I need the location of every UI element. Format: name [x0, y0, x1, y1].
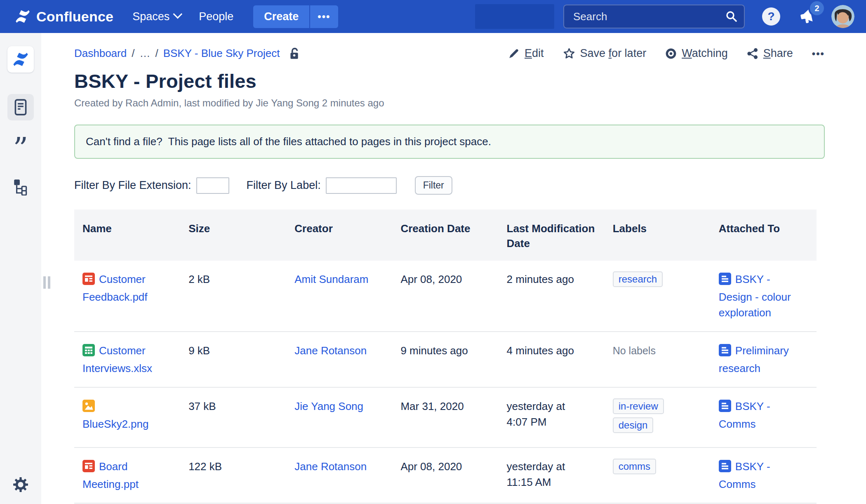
share-button[interactable]: Share [747, 47, 793, 60]
file-size: 37 kB [188, 400, 216, 412]
filter-extension-input[interactable] [196, 177, 229, 194]
spaces-label: Spaces [132, 10, 169, 23]
pdf-file-icon [82, 273, 95, 289]
unlocked-icon[interactable] [289, 47, 299, 60]
people-label: People [199, 10, 233, 23]
no-labels-text: No labels [613, 345, 656, 356]
creator-link[interactable]: Amit Sundaram [294, 273, 368, 285]
filter-extension-label: Filter By File Extension: [74, 179, 191, 192]
save-for-later-button[interactable]: Save for later [563, 47, 647, 60]
gear-icon [13, 477, 28, 492]
files-table: Name Size Creator Creation Date Last Mod… [74, 210, 817, 504]
page-icon [719, 273, 731, 289]
creator-link[interactable]: Jane Rotanson [294, 344, 367, 357]
notifications-button[interactable]: 2 [798, 7, 817, 26]
filter-button[interactable]: Filter [415, 176, 452, 195]
page-actions: Edit Save for later Watching [508, 47, 825, 60]
more-actions-button[interactable]: ••• [812, 48, 825, 59]
sidebar-pages-button[interactable] [7, 94, 34, 120]
header-creation-date: Creation Date [392, 210, 498, 261]
search-icon [725, 10, 737, 22]
table-row: BlueSky2.png 37 kB Jie Yang Song Mar 31,… [74, 387, 817, 447]
sidebar-blog-button[interactable]: ” [13, 140, 28, 158]
chevron-down-icon [173, 9, 183, 19]
space-settings-button[interactable] [13, 477, 28, 492]
notification-badge: 2 [810, 1, 824, 15]
search-input[interactable] [563, 5, 745, 28]
modification-date: yesterday at 4:07 PM [507, 400, 565, 428]
header-creator: Creator [286, 210, 392, 261]
info-panel-text: Can't find a file? This page lists all o… [86, 135, 491, 148]
breadcrumb-separator: / [155, 47, 158, 60]
creation-date: Apr 08, 2020 [400, 460, 462, 473]
breadcrumb-space[interactable]: BSKY - Blue Sky Project [163, 47, 280, 60]
save-for-later-label: Save for later [580, 47, 647, 60]
spaces-menu[interactable]: Spaces [132, 10, 180, 23]
search-box [563, 5, 745, 28]
watching-button[interactable]: Watching [665, 47, 728, 60]
header-name: Name [74, 210, 180, 261]
file-size: 2 kB [188, 273, 210, 285]
table-row: Customer Interviews.xlsx 9 kB Jane Rotan… [74, 332, 817, 387]
table-row: Customer Feedback.pdf 2 kB Amit Sundaram… [74, 261, 817, 332]
page-title: BSKY - Project files [74, 70, 825, 92]
ppt-file-icon [82, 460, 95, 476]
info-panel: Can't find a file? This page lists all o… [74, 125, 825, 159]
page-icon [719, 344, 731, 360]
table-row: Board Meeting.ppt 122 kB Jane Rotanson A… [74, 447, 817, 503]
create-button-group: Create ••• [253, 5, 338, 28]
label-lozenge[interactable]: in-review [613, 398, 664, 414]
top-navbar: Confluence Spaces People Create ••• ? [0, 0, 866, 33]
people-menu[interactable]: People [199, 10, 233, 23]
help-icon[interactable]: ? [762, 7, 780, 26]
breadcrumb-dashboard[interactable]: Dashboard [74, 47, 127, 60]
file-link[interactable]: BlueSky2.png [82, 418, 148, 430]
avatar-photo [831, 5, 854, 28]
create-more-button[interactable]: ••• [309, 5, 338, 28]
confluence-logo[interactable]: Confluence [14, 8, 113, 25]
creation-date: Apr 08, 2020 [400, 273, 462, 285]
space-logo[interactable] [7, 46, 34, 73]
share-icon [747, 48, 758, 59]
modification-date: 2 minutes ago [507, 273, 574, 285]
watch-icon [665, 48, 677, 59]
pages-icon [12, 99, 29, 116]
modification-date: 4 minutes ago [507, 344, 574, 357]
modification-date: yesterday at 11:15 AM [507, 460, 565, 488]
create-button[interactable]: Create [253, 5, 309, 28]
brand-name: Confluence [36, 9, 113, 25]
xls-file-icon [82, 344, 95, 360]
filter-controls: Filter By File Extension: Filter By Labe… [74, 176, 825, 195]
share-label: Share [763, 47, 793, 60]
breadcrumb: Dashboard / … / BSKY - Blue Sky Project [74, 47, 299, 60]
quotes-icon: ” [13, 140, 28, 158]
filter-label-input[interactable] [326, 177, 397, 194]
page-byline: Created by Rach Admin, last modified by … [74, 97, 825, 109]
edit-label: Edit [525, 47, 544, 60]
navbar-masked-block [475, 4, 554, 29]
label-lozenge[interactable]: comms [613, 459, 656, 474]
page-content: Dashboard / … / BSKY - Blue Sky Project [41, 33, 866, 504]
edit-button[interactable]: Edit [508, 47, 544, 60]
creation-date: Mar 31, 2020 [400, 400, 464, 412]
file-size: 122 kB [188, 460, 222, 473]
header-last-modification-date: Last Modification Date [499, 210, 605, 261]
header-labels: Labels [605, 210, 711, 261]
label-lozenge[interactable]: research [613, 271, 663, 287]
filter-label-label: Filter By Label: [247, 179, 321, 192]
sidebar-tree-button[interactable] [12, 178, 29, 195]
creator-link[interactable]: Jie Yang Song [294, 400, 363, 412]
breadcrumb-ellipsis[interactable]: … [139, 47, 150, 60]
space-sidebar: ” [0, 33, 41, 504]
confluence-app: Confluence Spaces People Create ••• ? [0, 0, 866, 504]
page-icon [719, 400, 731, 416]
creator-link[interactable]: Jane Rotanson [294, 460, 367, 473]
creation-date: 9 minutes ago [400, 344, 468, 357]
user-avatar[interactable] [831, 5, 854, 28]
star-icon [563, 47, 575, 60]
pencil-icon [508, 48, 520, 59]
label-lozenge[interactable]: design [613, 417, 654, 433]
page-icon [719, 460, 731, 476]
header-size: Size [180, 210, 286, 261]
file-size: 9 kB [188, 344, 210, 357]
